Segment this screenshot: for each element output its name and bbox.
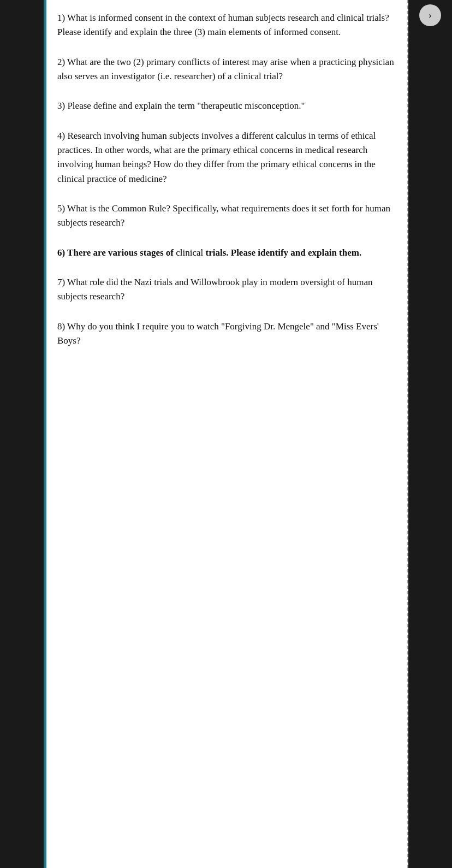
list-item: 1) What is informed consent in the conte… (57, 11, 397, 40)
main-content: 1) What is informed consent in the conte… (44, 0, 408, 868)
question-text: 8) Why do you think I require you to wat… (57, 321, 379, 346)
right-sidebar: › (408, 0, 452, 868)
question-suffix: trials. Please identify and explain them… (203, 247, 361, 258)
question-list: 1) What is informed consent in the conte… (57, 11, 397, 349)
list-item: 6) There are various stages of clinical … (57, 246, 397, 260)
list-item: 3) Please define and explain the term "t… (57, 99, 397, 113)
dashed-divider (407, 0, 408, 868)
question-text: 4) Research involving human subjects inv… (57, 131, 376, 184)
list-item: 5) What is the Common Rule? Specifically… (57, 202, 397, 231)
list-item: 4) Research involving human subjects inv… (57, 129, 397, 186)
question-middle: clinical (176, 247, 203, 258)
list-item: 8) Why do you think I require you to wat… (57, 320, 397, 349)
list-item: 2) What are the two (2) primary conflict… (57, 55, 397, 84)
question-text: 5) What is the Common Rule? Specifically… (57, 203, 390, 228)
list-item: 7) What role did the Nazi trials and Wil… (57, 275, 397, 304)
left-sidebar (0, 0, 44, 868)
question-text: 3) Please define and explain the term "t… (57, 101, 305, 111)
question-text: 7) What role did the Nazi trials and Wil… (57, 277, 373, 302)
arrow-icon: › (429, 10, 432, 21)
question-text: 1) What is informed consent in the conte… (57, 13, 389, 37)
next-arrow-button[interactable]: › (419, 4, 441, 26)
question-text: 2) What are the two (2) primary conflict… (57, 57, 394, 81)
question-prefix: 6) There are various stages of (57, 247, 176, 258)
